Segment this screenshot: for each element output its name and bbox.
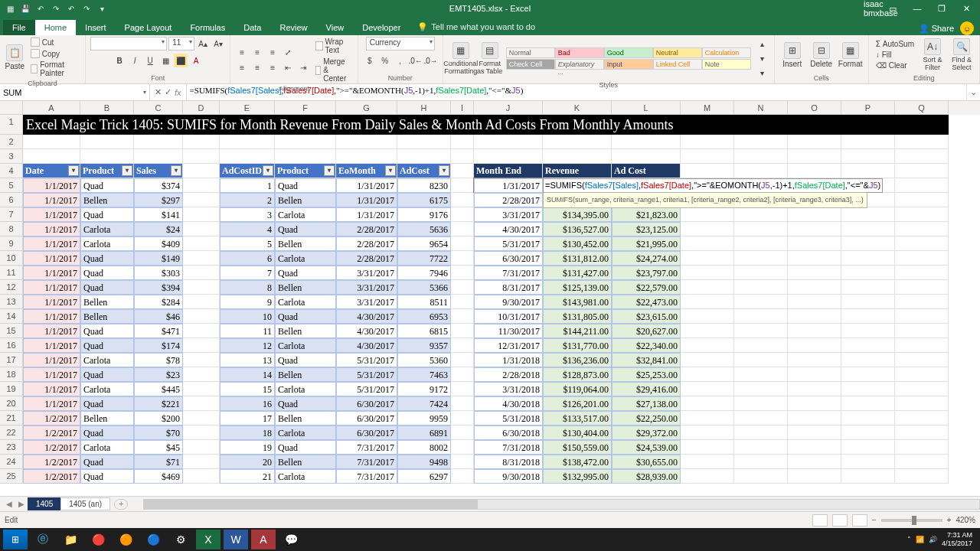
cell[interactable] xyxy=(451,396,474,411)
maximize-icon[interactable]: ❐ xyxy=(931,4,952,14)
cell[interactable] xyxy=(895,440,949,455)
cell[interactable] xyxy=(451,382,474,396)
cell[interactable]: $23 xyxy=(134,367,183,382)
cell[interactable]: Bellen xyxy=(80,295,134,309)
cell[interactable] xyxy=(895,236,949,251)
cell[interactable]: $136,236.00 xyxy=(543,353,612,367)
cell[interactable]: Quad xyxy=(275,266,336,280)
cell[interactable] xyxy=(895,396,949,411)
cell[interactable] xyxy=(681,469,734,484)
cell[interactable]: Ad Cost xyxy=(612,164,681,178)
cell[interactable]: 1/1/2017 xyxy=(23,353,80,367)
cell[interactable] xyxy=(734,455,788,469)
cell[interactable]: 1/2/2017 xyxy=(23,440,80,455)
cell[interactable]: 1/31/2017 xyxy=(474,178,543,193)
shrink-font-icon[interactable]: A▾ xyxy=(211,37,225,51)
normal-view-icon[interactable] xyxy=(812,514,828,527)
cell[interactable]: Quad xyxy=(80,338,134,353)
cell[interactable] xyxy=(681,324,734,338)
cell[interactable] xyxy=(183,469,220,484)
format-as-table-button[interactable]: ▤Format as Table xyxy=(477,42,503,75)
cell[interactable]: 7/31/2017 xyxy=(336,440,397,455)
cell[interactable] xyxy=(895,324,949,338)
tab-developer[interactable]: Developer xyxy=(353,20,410,35)
cell[interactable]: 8230 xyxy=(397,178,451,193)
cell[interactable]: $144,211.00 xyxy=(543,324,612,338)
cell[interactable]: $303 xyxy=(134,266,183,280)
cell[interactable] xyxy=(788,236,841,251)
cell[interactable] xyxy=(681,338,734,353)
cell[interactable] xyxy=(734,135,788,149)
align-right-icon[interactable]: ≡ xyxy=(266,61,279,75)
cell[interactable]: 4/30/2017 xyxy=(336,309,397,324)
cell[interactable] xyxy=(788,280,841,295)
cell[interactable] xyxy=(734,440,788,455)
cell[interactable] xyxy=(681,411,734,425)
cell[interactable] xyxy=(681,280,734,295)
select-all-corner[interactable] xyxy=(0,101,23,115)
cell[interactable]: Quad xyxy=(275,309,336,324)
cell[interactable]: Carlota xyxy=(275,207,336,222)
cell[interactable]: $32,841.00 xyxy=(612,353,681,367)
cell[interactable] xyxy=(895,178,949,193)
cell[interactable] xyxy=(895,411,949,425)
cell[interactable]: 7/31/2017 xyxy=(336,455,397,469)
cell[interactable]: 4/30/2017 xyxy=(474,222,543,236)
inc-decimal-icon[interactable]: .0← xyxy=(409,54,423,67)
cell[interactable]: Carlota xyxy=(80,440,134,455)
cell[interactable]: 7722 xyxy=(397,251,451,266)
cell[interactable] xyxy=(23,135,80,149)
cell[interactable]: 1/1/2017 xyxy=(23,295,80,309)
find-select-button[interactable]: 🔍Find & Select xyxy=(949,38,975,71)
cell[interactable]: 3 xyxy=(220,207,275,222)
cell[interactable] xyxy=(681,222,734,236)
row-header-21[interactable]: 21 xyxy=(0,411,23,425)
cell[interactable] xyxy=(336,135,397,149)
align-center-icon[interactable]: ≡ xyxy=(250,61,264,75)
cell[interactable]: $45 xyxy=(134,440,183,455)
cell[interactable]: 1/1/2017 xyxy=(23,324,80,338)
cell[interactable]: $71 xyxy=(134,455,183,469)
row-header-20[interactable]: 20 xyxy=(0,396,23,411)
cell[interactable] xyxy=(681,295,734,309)
cell[interactable] xyxy=(220,135,275,149)
cell[interactable] xyxy=(734,353,788,367)
cell[interactable] xyxy=(734,338,788,353)
cell[interactable]: $131,812.00 xyxy=(543,251,612,266)
cell[interactable] xyxy=(681,425,734,440)
cell[interactable]: 6891 xyxy=(397,425,451,440)
cell[interactable]: $126,201.00 xyxy=(543,396,612,411)
cell[interactable]: 6/30/2017 xyxy=(336,411,397,425)
cell[interactable]: 1/1/2017 xyxy=(23,193,80,207)
cell[interactable] xyxy=(183,425,220,440)
cell[interactable] xyxy=(734,164,788,178)
cell[interactable] xyxy=(397,149,451,164)
cell[interactable] xyxy=(788,353,841,367)
cell[interactable] xyxy=(841,469,895,484)
tab-view[interactable]: View xyxy=(317,20,354,35)
cell[interactable] xyxy=(681,440,734,455)
cell[interactable]: 6/30/2018 xyxy=(474,425,543,440)
cell[interactable]: Quad xyxy=(80,178,134,193)
row-header-10[interactable]: 10 xyxy=(0,251,23,266)
row-header-11[interactable]: 11 xyxy=(0,266,23,280)
cell[interactable] xyxy=(451,425,474,440)
col-header-N[interactable]: N xyxy=(734,101,788,115)
cell[interactable]: 15 xyxy=(220,382,275,396)
fx-icon[interactable]: fx xyxy=(175,88,181,97)
cell[interactable]: $445 xyxy=(134,382,183,396)
cell[interactable]: Quad xyxy=(275,396,336,411)
cell[interactable] xyxy=(895,455,949,469)
tray-network-icon[interactable]: 📶 xyxy=(916,536,924,543)
cell[interactable] xyxy=(451,469,474,484)
cell[interactable]: 7946 xyxy=(397,266,451,280)
tab-data[interactable]: Data xyxy=(234,20,270,35)
cell[interactable] xyxy=(895,425,949,440)
cell[interactable] xyxy=(681,309,734,324)
qat-more-icon[interactable]: ▾ xyxy=(96,3,107,14)
col-header-I[interactable]: I xyxy=(451,101,474,115)
zoom-out-icon[interactable]: − xyxy=(872,516,877,524)
cell[interactable] xyxy=(681,367,734,382)
styles-scroll-down-icon[interactable]: ▾ xyxy=(756,51,769,65)
cell[interactable]: $136,527.00 xyxy=(543,222,612,236)
